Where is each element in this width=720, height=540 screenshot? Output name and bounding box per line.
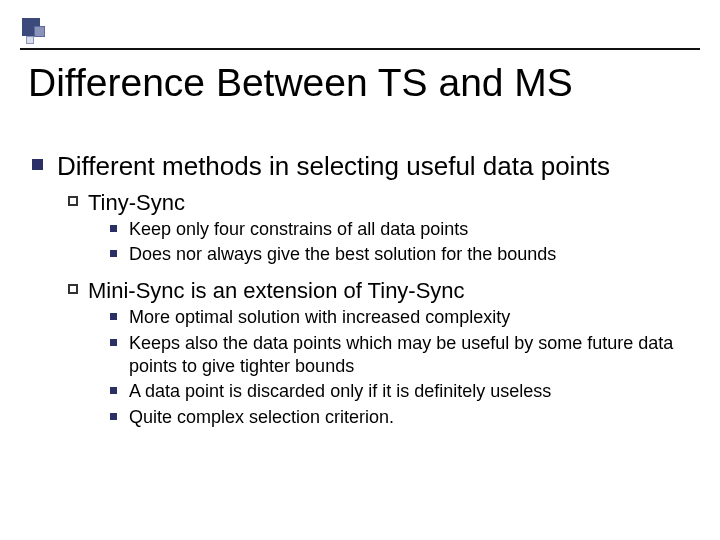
level3-text: Does nor always give the best solution f… [129, 243, 556, 266]
small-square-icon [110, 225, 117, 232]
corner-decoration [22, 18, 48, 44]
bullet-level3: Keeps also the data points which may be … [110, 332, 690, 379]
level3-text: Keeps also the data points which may be … [129, 332, 690, 379]
bullet-level1: Different methods in selecting useful da… [32, 150, 690, 183]
small-square-icon [110, 387, 117, 394]
bullet-level3: Quite complex selection criterion. [110, 406, 690, 429]
bullet-level2: Tiny-Sync [68, 189, 690, 217]
slide-title: Difference Between TS and MS [28, 62, 692, 105]
level1-text: Different methods in selecting useful da… [57, 150, 610, 183]
bullet-level3: Keep only four constrains of all data po… [110, 218, 690, 241]
small-square-icon [110, 413, 117, 420]
title-divider [20, 48, 700, 50]
hollow-square-icon [68, 196, 78, 206]
level2-text: Tiny-Sync [88, 189, 185, 217]
level3-text: More optimal solution with increased com… [129, 306, 510, 329]
level3-text: A data point is discarded only if it is … [129, 380, 551, 403]
level3-text: Keep only four constrains of all data po… [129, 218, 468, 241]
level3-text: Quite complex selection criterion. [129, 406, 394, 429]
slide-body: Different methods in selecting useful da… [32, 150, 690, 439]
small-square-icon [110, 313, 117, 320]
bullet-level3: More optimal solution with increased com… [110, 306, 690, 329]
hollow-square-icon [68, 284, 78, 294]
bullet-level3: A data point is discarded only if it is … [110, 380, 690, 403]
bullet-level2: Mini-Sync is an extension of Tiny-Sync [68, 277, 690, 305]
small-square-icon [110, 339, 117, 346]
small-square-icon [110, 250, 117, 257]
level2-text: Mini-Sync is an extension of Tiny-Sync [88, 277, 465, 305]
square-bullet-icon [32, 159, 43, 170]
bullet-level3: Does nor always give the best solution f… [110, 243, 690, 266]
